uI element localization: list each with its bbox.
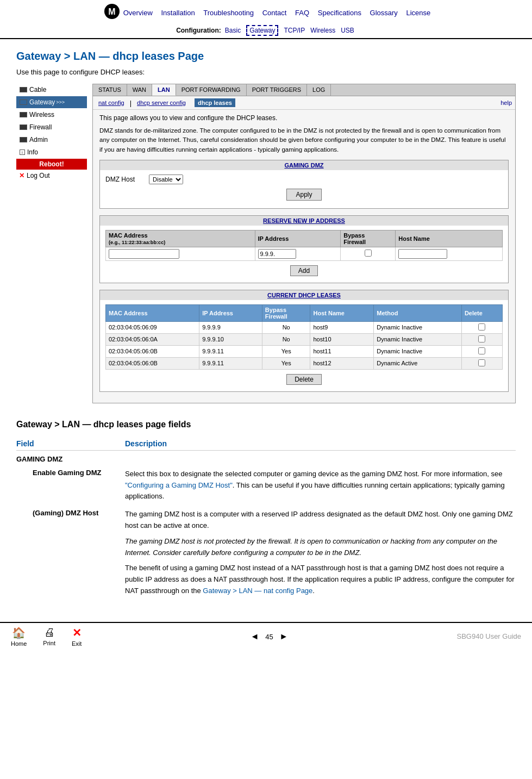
fields-section: Gateway > LAN — dhcp leases page fields … bbox=[16, 420, 516, 600]
sidebar-reboot-button[interactable]: Reboot! bbox=[16, 159, 87, 170]
tab-port-triggers[interactable]: PORT TRIGGERS bbox=[247, 84, 307, 96]
nav-installation[interactable]: Installation bbox=[161, 9, 195, 17]
lease-mac-0: 02:03:04:05:06:09 bbox=[106, 321, 199, 333]
tab-status[interactable]: STATUS bbox=[93, 84, 127, 96]
lease-delete-3 bbox=[461, 357, 502, 369]
current-leases-section: CURRENT DHCP LEASES MAC Address IP Addre… bbox=[99, 290, 509, 392]
panel-intro-text: This page allows you to view and configu… bbox=[99, 114, 509, 122]
reserve-ip-title: RESERVE NEW IP ADDRESS bbox=[100, 216, 508, 226]
config-label: Configuration: bbox=[176, 27, 221, 34]
lease-bypass-3: Yes bbox=[262, 357, 310, 369]
sub-tab-bar: nat config | dhcp server config dhcp lea… bbox=[93, 96, 515, 110]
sidebar-item-gateway[interactable]: Gateway >>> bbox=[16, 96, 87, 108]
tab-lan[interactable]: LAN bbox=[152, 84, 176, 96]
reserve-header-mac: MAC Address(e.g., 11:22:33:aa:bb:cc) bbox=[106, 230, 255, 247]
lease-method-0: Dynamic Inactive bbox=[374, 321, 462, 333]
sidebar: Cable Gateway >>> Wireless Firewall Admi… bbox=[16, 84, 87, 403]
reserve-ip-input[interactable] bbox=[258, 249, 296, 259]
sidebar-item-cable[interactable]: Cable bbox=[16, 84, 87, 96]
lease-method-1: Dynamic Inactive bbox=[374, 333, 462, 345]
reserve-header-bypass: BypassFirewall bbox=[341, 230, 396, 247]
lease-mac-3: 02:03:04:05:06:0B bbox=[106, 357, 199, 369]
link-configuring-gaming-dmz[interactable]: "Configuring a Gaming DMZ Host" bbox=[125, 481, 233, 489]
config-gateway[interactable]: Gateway bbox=[246, 25, 278, 36]
prev-arrow[interactable]: ◄ bbox=[251, 632, 259, 641]
nav-troubleshooting[interactable]: Troubleshooting bbox=[203, 9, 254, 17]
lease-hostname-0: host9 bbox=[310, 321, 374, 333]
link-nat-config[interactable]: Gateway > LAN — nat config Page bbox=[203, 587, 312, 595]
sidebar-item-wireless[interactable]: Wireless bbox=[16, 109, 87, 121]
reserve-row bbox=[106, 247, 503, 260]
nav-specifications[interactable]: Specifications bbox=[318, 9, 361, 17]
lease-delete-checkbox-3[interactable] bbox=[478, 359, 485, 366]
lease-hostname-2: host11 bbox=[310, 345, 374, 357]
lease-delete-checkbox-2[interactable] bbox=[478, 347, 485, 354]
print-button[interactable]: 🖨 Print bbox=[43, 626, 55, 646]
tab-wan[interactable]: WAN bbox=[127, 84, 152, 96]
page-nav: ◄ 45 ► bbox=[98, 632, 440, 641]
gateway-icon bbox=[20, 99, 27, 105]
firewall-icon bbox=[20, 124, 27, 130]
dmz-host-select[interactable]: Disable Enable bbox=[149, 175, 183, 184]
lease-mac-1: 02:03:04:05:06:0A bbox=[106, 333, 199, 345]
reserve-hostname-input[interactable] bbox=[398, 249, 447, 259]
lease-ip-3: 9.9.9.11 bbox=[199, 357, 262, 369]
nav-license[interactable]: License bbox=[406, 9, 431, 17]
config-basic[interactable]: Basic bbox=[225, 27, 241, 34]
sidebar-logout-button[interactable]: ✕ Log Out bbox=[16, 170, 87, 181]
lease-delete-0 bbox=[461, 321, 502, 333]
sidebar-item-info[interactable]: i Info bbox=[16, 146, 87, 158]
config-bar: Configuration: Basic Gateway TCP/IP Wire… bbox=[0, 25, 532, 36]
reserve-mac-cell bbox=[106, 247, 255, 260]
reserve-mac-input[interactable] bbox=[109, 249, 179, 259]
add-button[interactable]: Add bbox=[290, 265, 318, 276]
help-link[interactable]: help bbox=[500, 99, 512, 106]
config-tcpip[interactable]: TCP/IP bbox=[284, 27, 305, 34]
subtab-nat-config[interactable]: nat config bbox=[96, 98, 127, 107]
nav-overview[interactable]: Overview bbox=[123, 9, 153, 17]
gaming-dmz-content: DMZ Host Disable Enable Apply bbox=[100, 170, 508, 208]
exit-button[interactable]: ✕ Exit bbox=[72, 626, 82, 647]
reserve-bypass-checkbox[interactable] bbox=[365, 250, 372, 257]
delete-button[interactable]: Delete bbox=[286, 374, 322, 385]
lease-delete-checkbox-0[interactable] bbox=[478, 323, 485, 331]
fields-section-title: Gateway > LAN — dhcp leases page fields bbox=[16, 420, 516, 429]
lease-delete-2 bbox=[461, 345, 502, 357]
apply-button[interactable]: Apply bbox=[286, 189, 321, 201]
main-layout: Cable Gateway >>> Wireless Firewall Admi… bbox=[16, 84, 516, 403]
sidebar-label-info: Info bbox=[27, 148, 38, 156]
tab-log[interactable]: LOG bbox=[307, 84, 331, 96]
field-name-enable-gaming-dmz: Enable Gaming DMZ bbox=[16, 465, 125, 506]
lease-method-3: Dynamic Active bbox=[374, 357, 462, 369]
tab-port-forwarding[interactable]: PORT FORWARDING bbox=[176, 84, 247, 96]
gaming-dmz-section: GAMING DMZ DMZ Host Disable Enable Apply bbox=[99, 160, 509, 209]
config-usb[interactable]: USB bbox=[341, 27, 354, 34]
col-description: Description bbox=[125, 437, 516, 451]
field-desc-gaming-dmz-host: The gaming DMZ host is a computer with a… bbox=[125, 506, 516, 600]
sidebar-item-admin[interactable]: Admin bbox=[16, 134, 87, 146]
subtab-separator1: | bbox=[130, 99, 132, 107]
page-num: 45 bbox=[265, 633, 273, 641]
subtab-dhcp-server-config[interactable]: dhcp server config bbox=[135, 98, 188, 107]
page-content: Gateway > LAN — dhcp leases Page Use thi… bbox=[0, 39, 532, 622]
field-name-gaming-dmz-host: (Gaming) DMZ Host bbox=[16, 506, 125, 600]
home-icon: 🏠 bbox=[12, 626, 26, 639]
leases-header-hostname: Host Name bbox=[310, 304, 374, 321]
nav-faq[interactable]: FAQ bbox=[295, 9, 309, 17]
subtab-dhcp-leases[interactable]: dhcp leases bbox=[195, 98, 235, 107]
config-wireless[interactable]: Wireless bbox=[310, 27, 335, 34]
sidebar-item-firewall[interactable]: Firewall bbox=[16, 121, 87, 133]
lease-delete-1 bbox=[461, 333, 502, 345]
gateway-arrow: >>> bbox=[56, 99, 65, 105]
desc-para-1: The gaming DMZ host is a computer with a… bbox=[125, 509, 516, 532]
lease-mac-2: 02:03:04:05:06:0B bbox=[106, 345, 199, 357]
lease-delete-checkbox-1[interactable] bbox=[478, 335, 485, 342]
nav-glossary[interactable]: Glossary bbox=[370, 9, 398, 17]
leases-header-method: Method bbox=[374, 304, 462, 321]
nav-contact[interactable]: Contact bbox=[262, 9, 287, 17]
field-table: Field Description GAMING DMZ Enable Gami… bbox=[16, 437, 516, 600]
lease-row: 02:03:04:05:06:0A 9.9.9.10 No host10 Dyn… bbox=[106, 333, 503, 345]
home-button[interactable]: 🏠 Home bbox=[11, 626, 27, 647]
info-icon: i bbox=[20, 149, 25, 155]
next-arrow[interactable]: ► bbox=[279, 632, 288, 641]
